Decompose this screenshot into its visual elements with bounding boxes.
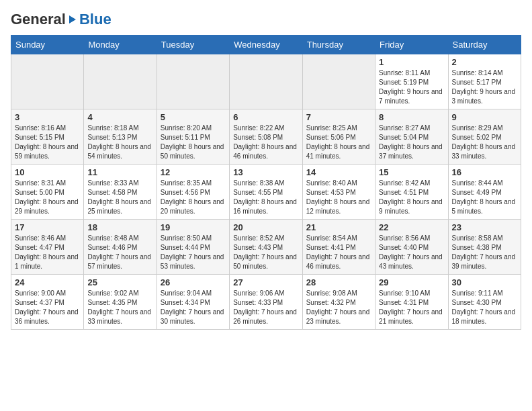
calendar-table: SundayMondayTuesdayWednesdayThursdayFrid… bbox=[11, 35, 521, 330]
logo: General Blue bbox=[11, 11, 112, 28]
day-number: 30 bbox=[452, 277, 517, 287]
day-info: Sunrise: 8:35 AMSunset: 4:56 PMDaylight:… bbox=[161, 179, 226, 216]
svg-marker-0 bbox=[69, 15, 76, 24]
day-info: Sunrise: 8:14 AMSunset: 5:17 PMDaylight:… bbox=[452, 68, 517, 106]
calendar-cell: 13Sunrise: 8:38 AMSunset: 4:55 PMDayligh… bbox=[230, 165, 302, 220]
day-info: Sunrise: 8:42 AMSunset: 4:51 PMDaylight:… bbox=[379, 179, 444, 216]
calendar-cell: 20Sunrise: 8:52 AMSunset: 4:43 PMDayligh… bbox=[230, 220, 302, 275]
day-info: Sunrise: 8:38 AMSunset: 4:55 PMDaylight:… bbox=[233, 179, 298, 216]
logo-arrow-icon bbox=[66, 13, 79, 26]
day-number: 16 bbox=[452, 167, 517, 177]
day-number: 2 bbox=[452, 57, 517, 67]
calendar-cell: 22Sunrise: 8:56 AMSunset: 4:40 PMDayligh… bbox=[375, 220, 448, 275]
day-info: Sunrise: 8:44 AMSunset: 4:49 PMDaylight:… bbox=[452, 179, 517, 216]
day-info: Sunrise: 8:58 AMSunset: 4:38 PMDaylight:… bbox=[452, 234, 517, 271]
calendar-cell: 19Sunrise: 8:50 AMSunset: 4:44 PMDayligh… bbox=[157, 220, 229, 275]
day-number: 25 bbox=[87, 277, 152, 287]
day-info: Sunrise: 8:16 AMSunset: 5:15 PMDaylight:… bbox=[15, 124, 80, 161]
calendar-cell: 12Sunrise: 8:35 AMSunset: 4:56 PMDayligh… bbox=[157, 165, 229, 220]
calendar-cell: 21Sunrise: 8:54 AMSunset: 4:41 PMDayligh… bbox=[302, 220, 375, 275]
header-row: SundayMondayTuesdayWednesdayThursdayFrid… bbox=[11, 36, 521, 54]
day-number: 13 bbox=[233, 167, 298, 177]
day-info: Sunrise: 9:08 AMSunset: 4:32 PMDaylight:… bbox=[306, 289, 371, 326]
day-number: 29 bbox=[379, 277, 444, 287]
col-header-wednesday: Wednesday bbox=[230, 36, 302, 54]
day-number: 14 bbox=[306, 167, 371, 177]
calendar-cell bbox=[84, 54, 157, 109]
page-header: General Blue bbox=[11, 11, 521, 28]
day-number: 12 bbox=[161, 167, 226, 177]
day-info: Sunrise: 9:02 AMSunset: 4:35 PMDaylight:… bbox=[87, 289, 152, 326]
calendar-cell: 16Sunrise: 8:44 AMSunset: 4:49 PMDayligh… bbox=[448, 165, 521, 220]
calendar-cell: 18Sunrise: 8:48 AMSunset: 4:46 PMDayligh… bbox=[84, 220, 157, 275]
day-number: 11 bbox=[87, 167, 152, 177]
day-info: Sunrise: 9:04 AMSunset: 4:34 PMDaylight:… bbox=[161, 289, 226, 326]
col-header-monday: Monday bbox=[84, 36, 157, 54]
day-number: 6 bbox=[233, 112, 298, 122]
day-number: 15 bbox=[379, 167, 444, 177]
day-number: 10 bbox=[15, 167, 80, 177]
calendar-cell: 14Sunrise: 8:40 AMSunset: 4:53 PMDayligh… bbox=[302, 165, 375, 220]
day-number: 1 bbox=[379, 57, 444, 67]
day-info: Sunrise: 9:11 AMSunset: 4:30 PMDaylight:… bbox=[452, 289, 517, 326]
logo-general: General bbox=[11, 11, 66, 28]
day-info: Sunrise: 8:52 AMSunset: 4:43 PMDaylight:… bbox=[233, 234, 298, 271]
day-number: 20 bbox=[233, 222, 298, 232]
week-row-1: 1Sunrise: 8:11 AMSunset: 5:19 PMDaylight… bbox=[11, 54, 521, 109]
day-info: Sunrise: 8:25 AMSunset: 5:06 PMDaylight:… bbox=[306, 124, 371, 161]
day-number: 5 bbox=[161, 112, 226, 122]
day-info: Sunrise: 8:22 AMSunset: 5:08 PMDaylight:… bbox=[233, 124, 298, 161]
day-number: 24 bbox=[15, 277, 80, 287]
col-header-tuesday: Tuesday bbox=[157, 36, 229, 54]
calendar-cell: 24Sunrise: 9:00 AMSunset: 4:37 PMDayligh… bbox=[11, 275, 84, 330]
calendar-cell: 15Sunrise: 8:42 AMSunset: 4:51 PMDayligh… bbox=[375, 165, 448, 220]
day-number: 18 bbox=[87, 222, 152, 232]
day-info: Sunrise: 8:54 AMSunset: 4:41 PMDaylight:… bbox=[306, 234, 371, 271]
day-number: 3 bbox=[15, 112, 80, 122]
calendar-cell bbox=[11, 54, 84, 109]
day-number: 19 bbox=[161, 222, 226, 232]
day-number: 23 bbox=[452, 222, 517, 232]
week-row-2: 3Sunrise: 8:16 AMSunset: 5:15 PMDaylight… bbox=[11, 109, 521, 165]
calendar-cell: 26Sunrise: 9:04 AMSunset: 4:34 PMDayligh… bbox=[157, 275, 229, 330]
calendar-cell: 9Sunrise: 8:29 AMSunset: 5:02 PMDaylight… bbox=[448, 109, 521, 165]
calendar-cell: 17Sunrise: 8:46 AMSunset: 4:47 PMDayligh… bbox=[11, 220, 84, 275]
calendar-cell: 27Sunrise: 9:06 AMSunset: 4:33 PMDayligh… bbox=[230, 275, 302, 330]
day-number: 9 bbox=[452, 112, 517, 122]
day-number: 8 bbox=[379, 112, 444, 122]
calendar-cell: 8Sunrise: 8:27 AMSunset: 5:04 PMDaylight… bbox=[375, 109, 448, 165]
day-info: Sunrise: 8:48 AMSunset: 4:46 PMDaylight:… bbox=[87, 234, 152, 271]
day-info: Sunrise: 8:46 AMSunset: 4:47 PMDaylight:… bbox=[15, 234, 80, 271]
col-header-friday: Friday bbox=[375, 36, 448, 54]
day-info: Sunrise: 9:10 AMSunset: 4:31 PMDaylight:… bbox=[379, 289, 444, 326]
day-info: Sunrise: 8:18 AMSunset: 5:13 PMDaylight:… bbox=[87, 124, 152, 161]
day-number: 22 bbox=[379, 222, 444, 232]
calendar-cell: 7Sunrise: 8:25 AMSunset: 5:06 PMDaylight… bbox=[302, 109, 375, 165]
day-info: Sunrise: 8:20 AMSunset: 5:11 PMDaylight:… bbox=[161, 124, 226, 161]
day-info: Sunrise: 8:33 AMSunset: 4:58 PMDaylight:… bbox=[87, 179, 152, 216]
week-row-3: 10Sunrise: 8:31 AMSunset: 5:00 PMDayligh… bbox=[11, 165, 521, 220]
week-row-5: 24Sunrise: 9:00 AMSunset: 4:37 PMDayligh… bbox=[11, 275, 521, 330]
calendar-cell bbox=[157, 54, 229, 109]
day-info: Sunrise: 8:11 AMSunset: 5:19 PMDaylight:… bbox=[379, 68, 444, 106]
day-info: Sunrise: 8:31 AMSunset: 5:00 PMDaylight:… bbox=[15, 179, 80, 216]
week-row-4: 17Sunrise: 8:46 AMSunset: 4:47 PMDayligh… bbox=[11, 220, 521, 275]
calendar-cell: 2Sunrise: 8:14 AMSunset: 5:17 PMDaylight… bbox=[448, 54, 521, 109]
day-info: Sunrise: 9:00 AMSunset: 4:37 PMDaylight:… bbox=[15, 289, 80, 326]
calendar-cell bbox=[230, 54, 302, 109]
day-info: Sunrise: 8:56 AMSunset: 4:40 PMDaylight:… bbox=[379, 234, 444, 271]
calendar-cell bbox=[302, 54, 375, 109]
day-number: 27 bbox=[233, 277, 298, 287]
col-header-sunday: Sunday bbox=[11, 36, 84, 54]
day-info: Sunrise: 8:27 AMSunset: 5:04 PMDaylight:… bbox=[379, 124, 444, 161]
calendar-cell: 29Sunrise: 9:10 AMSunset: 4:31 PMDayligh… bbox=[375, 275, 448, 330]
calendar-cell: 11Sunrise: 8:33 AMSunset: 4:58 PMDayligh… bbox=[84, 165, 157, 220]
calendar-cell: 5Sunrise: 8:20 AMSunset: 5:11 PMDaylight… bbox=[157, 109, 229, 165]
calendar-cell: 25Sunrise: 9:02 AMSunset: 4:35 PMDayligh… bbox=[84, 275, 157, 330]
calendar-cell: 1Sunrise: 8:11 AMSunset: 5:19 PMDaylight… bbox=[375, 54, 448, 109]
day-number: 7 bbox=[306, 112, 371, 122]
day-info: Sunrise: 8:50 AMSunset: 4:44 PMDaylight:… bbox=[161, 234, 226, 271]
col-header-saturday: Saturday bbox=[448, 36, 521, 54]
calendar-cell: 30Sunrise: 9:11 AMSunset: 4:30 PMDayligh… bbox=[448, 275, 521, 330]
day-number: 21 bbox=[306, 222, 371, 232]
